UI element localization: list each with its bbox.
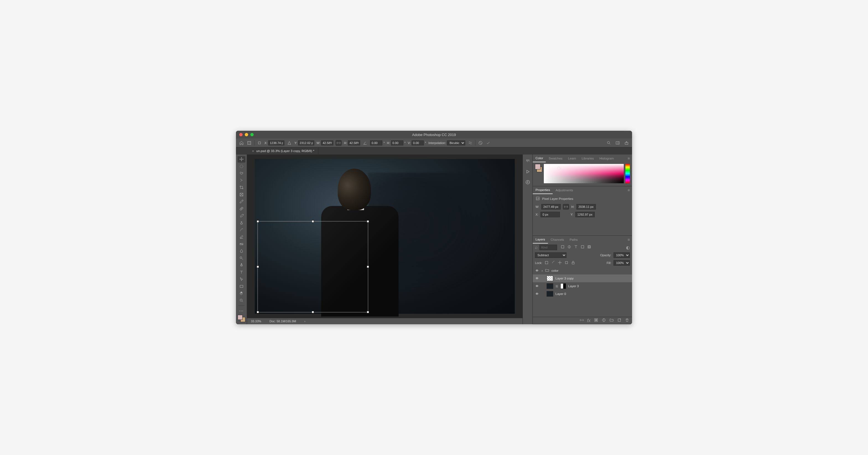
link-layers-icon[interactable] [580, 318, 584, 323]
warp-mode-button[interactable] [467, 140, 473, 146]
transform-handle-tl[interactable] [257, 220, 259, 223]
prop-y-input[interactable] [575, 212, 595, 217]
frame-tool[interactable] [238, 192, 245, 198]
layer-thumbnail[interactable] [547, 275, 553, 281]
color-picker-cursor[interactable] [557, 167, 560, 170]
transform-handle-mr[interactable] [367, 266, 369, 268]
layer-name[interactable]: color [552, 269, 558, 272]
color-panel-swatches[interactable] [535, 164, 542, 173]
gradient-tool[interactable] [238, 241, 245, 247]
navigator-panel-icon[interactable] [525, 180, 530, 185]
filter-adjust-icon[interactable] [567, 245, 571, 250]
properties-panel-menu-icon[interactable]: ≡ [628, 188, 630, 192]
color-swatches[interactable] [238, 315, 245, 322]
cancel-transform-button[interactable] [478, 140, 483, 146]
layer-row[interactable]: 👁 ⛓ Layer 3 [533, 282, 632, 290]
tab-channels[interactable]: Channels [548, 236, 567, 243]
history-brush-tool[interactable] [238, 227, 245, 233]
zoom-tool[interactable] [238, 297, 245, 304]
blend-mode-select[interactable]: Subtract [535, 252, 566, 258]
tab-paths[interactable]: Paths [567, 236, 580, 243]
tab-histogram[interactable]: Histogram [597, 155, 617, 162]
blur-tool[interactable] [238, 248, 245, 254]
link-mask-icon[interactable]: ⛓ [555, 285, 558, 288]
transform-handle-br[interactable] [367, 311, 369, 313]
lasso-tool[interactable] [238, 170, 245, 176]
tab-layers[interactable]: Layers [533, 236, 548, 243]
document-tab[interactable]: × un.psd @ 33.3% (Layer 3 copy, RGB/8) * [248, 147, 318, 155]
layer-mask-thumbnail[interactable] [560, 283, 566, 289]
prop-width-input[interactable] [541, 204, 561, 209]
fill-select[interactable]: 100% [614, 260, 630, 266]
eraser-tool[interactable] [238, 234, 245, 240]
visibility-toggle[interactable]: 👁 [535, 292, 539, 295]
filter-pixel-icon[interactable] [560, 245, 565, 250]
marquee-tool[interactable] [238, 163, 245, 170]
quick-select-tool[interactable] [238, 177, 245, 184]
clone-stamp-tool[interactable] [238, 220, 245, 226]
status-chevron-icon[interactable]: › [304, 320, 305, 323]
lock-transparency-icon[interactable] [545, 260, 549, 265]
home-button[interactable] [239, 140, 244, 146]
share-button[interactable] [624, 140, 629, 146]
filter-type-icon[interactable] [574, 245, 578, 250]
transform-handle-tm[interactable] [312, 220, 314, 223]
tab-properties[interactable]: Properties [533, 186, 553, 194]
transform-handle-bm[interactable] [312, 311, 314, 313]
visibility-toggle[interactable]: 👁 [535, 269, 539, 272]
layer-filter-input[interactable] [539, 245, 557, 250]
x-input[interactable] [268, 140, 284, 145]
prop-height-input[interactable] [577, 204, 596, 209]
chevron-right-icon[interactable]: › [541, 269, 543, 272]
path-select-tool[interactable] [238, 276, 245, 283]
layer-name[interactable]: Layer 0 [555, 292, 566, 295]
lock-all-icon[interactable] [571, 260, 575, 265]
visibility-toggle[interactable]: 👁 [535, 285, 539, 288]
layer-thumbnail[interactable] [547, 291, 553, 297]
width-input[interactable] [321, 140, 333, 145]
filter-smart-icon[interactable] [587, 245, 591, 250]
search-button[interactable] [606, 140, 612, 146]
type-tool[interactable] [238, 269, 245, 275]
new-layer-icon[interactable] [617, 318, 622, 323]
prop-x-input[interactable] [540, 212, 560, 217]
close-tab-icon[interactable]: × [252, 149, 254, 153]
edit-toolbar-button[interactable]: ⋯ [238, 308, 245, 314]
hand-tool[interactable] [238, 290, 245, 297]
crop-tool[interactable] [238, 184, 245, 191]
new-group-icon[interactable] [609, 318, 614, 323]
brush-settings-panel-icon[interactable] [525, 158, 530, 164]
move-tool[interactable] [238, 156, 245, 163]
filter-toggle[interactable]: ◐ [626, 245, 630, 250]
layer-row-group[interactable]: 👁 › color [533, 267, 632, 274]
document-canvas[interactable] [255, 159, 515, 314]
tab-learn[interactable]: Learn [565, 155, 579, 162]
doc-info-readout[interactable]: Doc: 58.1M/165.9M [270, 320, 296, 323]
layer-row[interactable]: 👁 Layer 0 [533, 290, 632, 298]
eyedropper-tool[interactable] [238, 198, 245, 205]
zoom-window-button[interactable] [250, 133, 254, 136]
delete-layer-icon[interactable] [625, 318, 629, 323]
transform-handle-tr[interactable] [367, 220, 369, 223]
color-panel-menu-icon[interactable]: ≡ [628, 156, 630, 161]
layer-name[interactable]: Layer 3 copy [555, 277, 574, 280]
tab-swatches[interactable]: Swatches [546, 155, 565, 162]
tab-adjustments[interactable]: Adjustments [553, 186, 576, 194]
close-window-button[interactable] [239, 133, 243, 136]
link-wh-button[interactable] [336, 140, 342, 146]
layer-thumbnail[interactable] [547, 283, 553, 289]
height-input[interactable] [348, 140, 360, 145]
add-mask-icon[interactable] [594, 318, 598, 323]
workspace-button[interactable] [615, 140, 620, 146]
commit-transform-button[interactable] [486, 140, 491, 146]
brush-tool[interactable] [238, 213, 245, 219]
interpolation-select[interactable]: Bicubic [447, 140, 465, 145]
tab-color[interactable]: Color [533, 155, 546, 162]
visibility-toggle[interactable]: 👁 [535, 277, 539, 280]
filter-shape-icon[interactable] [580, 245, 585, 250]
rectangle-tool[interactable] [238, 283, 245, 290]
lock-pixels-icon[interactable] [551, 260, 555, 265]
layer-name[interactable]: Layer 3 [568, 285, 579, 288]
layer-row-selected[interactable]: 👁 Layer 3 copy [533, 274, 632, 282]
transform-handle-ml[interactable] [257, 266, 259, 268]
